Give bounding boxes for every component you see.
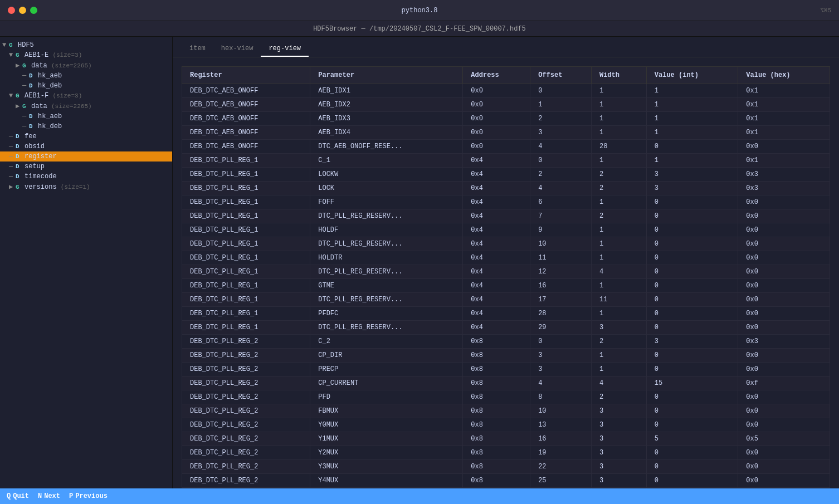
sidebar-item-timecode[interactable]: — D timecode	[0, 172, 172, 182]
table-cell: 4	[530, 376, 592, 390]
table-cell: 0x8	[463, 488, 530, 489]
table-cell: DEB_DTC_PLL_REG_2	[182, 390, 310, 404]
table-cell: 0x3	[738, 182, 830, 195]
table-cell: 1	[591, 237, 646, 251]
timecode-arrow: —	[9, 173, 16, 180]
table-cell: 25	[530, 474, 592, 488]
table-cell: AEB_IDX4	[310, 126, 463, 140]
table-cell: FOFF	[310, 195, 463, 209]
table-cell: 4	[530, 140, 592, 154]
next-label[interactable]: Next	[44, 492, 60, 500]
aeb1f-type-icon: G	[16, 92, 25, 99]
col-register: Register	[182, 67, 310, 84]
table-cell: DEB_DTC_PLL_REG_1	[182, 251, 310, 265]
hkdeb-arrow: —	[22, 82, 29, 90]
sidebar-item-aeb1f-data[interactable]: ▶ G data (size=2265)	[0, 101, 172, 111]
table-cell: 1	[591, 251, 646, 265]
table-cell: 0	[646, 349, 738, 363]
prev-label[interactable]: Previous	[75, 492, 108, 500]
table-row: DEB_DTC_PLL_REG_1LOCKW0x42230x3	[182, 168, 830, 182]
table-cell: 0x0	[738, 321, 830, 335]
sidebar-root[interactable]: ▼ G HDF5	[0, 40, 172, 50]
sidebar-item-register[interactable]: — D register	[0, 151, 172, 162]
statusbar-quit: Q Quit	[7, 492, 29, 500]
table-cell: LOCK	[310, 182, 463, 195]
aeb1f-data-meta: (size=2265)	[51, 103, 92, 110]
table-row: DEB_DTC_PLL_REG_2Y1MUX0x816350x5	[182, 432, 830, 446]
table-cell: 0x1	[738, 98, 830, 112]
sidebar-item-aeb1e[interactable]: ▼ G AEB1-E (size=3)	[0, 50, 172, 60]
aeb1f-arrow: ▼	[9, 92, 16, 100]
aeb1f-meta: (size=3)	[52, 92, 82, 99]
sidebar-item-aeb1e-data[interactable]: ▶ G data (size=2265)	[0, 60, 172, 71]
table-cell: 0x0	[738, 363, 830, 376]
keyboard-shortcut: ⌥⌘5	[820, 7, 831, 14]
table-cell: 0x0	[738, 195, 830, 209]
table-cell: 0x0	[738, 349, 830, 363]
table-cell: DEB_DTC_PLL_REG_2	[182, 488, 310, 489]
table-cell: DEB_DTC_PLL_REG_2	[182, 404, 310, 418]
table-row: DEB_DTC_PLL_REG_1DTC_PLL_REG_RESERV...0x…	[182, 209, 830, 223]
table-cell: DEB_DTC_AEB_ONOFF	[182, 126, 310, 140]
maximize-button[interactable]	[30, 7, 37, 14]
table-cell: Y4MUX	[310, 474, 463, 488]
table-cell: DTC_PLL_REG_RESERV...	[310, 265, 463, 279]
close-button[interactable]	[8, 7, 15, 14]
tabs-bar: item hex-view reg-view	[173, 37, 839, 57]
file-path: HDF5Browser — /tmp/20240507_CSL2_F-FEE_S…	[313, 25, 526, 33]
aeb1e-data-type: G	[22, 62, 31, 69]
table-cell: 2	[591, 209, 646, 223]
table-cell: 4	[591, 376, 646, 390]
sidebar-item-versions[interactable]: ▶ G versions (size=1)	[0, 182, 172, 192]
sidebar-item-aeb1e-hkdeb[interactable]: — D hk_deb	[0, 81, 172, 91]
window-title: python3.8	[402, 7, 438, 14]
table-row: DEB_DTC_PLL_REG_1HOLDTR0x411100x0	[182, 251, 830, 265]
table-cell: 0x4	[463, 209, 530, 223]
sidebar-item-aeb1f-hkaeb[interactable]: — D hk_aeb	[0, 111, 172, 121]
table-row: DEB_DTC_PLL_REG_1DTC_PLL_REG_RESERV...0x…	[182, 237, 830, 251]
table-row: DEB_DTC_PLL_REG_1DTC_PLL_REG_RESERV...0x…	[182, 321, 830, 335]
aeb1f-label: AEB1-F	[25, 92, 48, 100]
quit-label[interactable]: Quit	[13, 492, 29, 500]
sidebar-item-fee[interactable]: — D fee	[0, 131, 172, 141]
tab-reg-view[interactable]: reg-view	[261, 41, 309, 57]
table-cell: 3	[591, 418, 646, 432]
table-cell: 29	[530, 321, 592, 335]
statusbar: Q Quit N Next P Previous	[0, 488, 839, 504]
table-row: DEB_DTC_AEB_ONOFFAEB_IDX10x00110x1	[182, 84, 830, 98]
table-cell: 0	[646, 237, 738, 251]
tab-hex-view[interactable]: hex-view	[213, 41, 261, 57]
aeb1f-hkdeb-arrow: —	[22, 123, 29, 130]
table-cell: 2	[530, 168, 592, 182]
table-cell: 1	[591, 307, 646, 321]
table-cell: 0x8	[463, 418, 530, 432]
table-cell: 0	[646, 404, 738, 418]
tab-item[interactable]: item	[182, 41, 213, 57]
table-row: DEB_DTC_PLL_REG_2Y3MUX0x822300x0	[182, 460, 830, 474]
table-cell: 10	[530, 237, 592, 251]
table-cell: C_2	[310, 335, 463, 349]
table-cell: 28	[591, 140, 646, 154]
minimize-button[interactable]	[19, 7, 26, 14]
table-cell: 1	[646, 154, 738, 168]
table-row: DEB_DTC_PLL_REG_2PD0x828110x1	[182, 488, 830, 489]
table-cell: LOCKW	[310, 168, 463, 182]
aeb1e-data-meta: (size=2265)	[51, 62, 92, 69]
sidebar-item-aeb1f[interactable]: ▼ G AEB1-F (size=3)	[0, 91, 172, 101]
timecode-label: timecode	[25, 173, 57, 180]
sidebar-item-setup[interactable]: — D setup	[0, 162, 172, 172]
prev-key: P	[69, 492, 73, 500]
sidebar-item-obsid[interactable]: — D obsid	[0, 141, 172, 151]
table-cell: 0	[646, 223, 738, 237]
table-cell: 0	[646, 307, 738, 321]
table-cell: Y2MUX	[310, 446, 463, 460]
table-cell: DEB_DTC_PLL_REG_1	[182, 154, 310, 168]
table-cell: 0x3	[738, 168, 830, 182]
table-cell: 0x8	[463, 446, 530, 460]
table-cell: 0x8	[463, 376, 530, 390]
sidebar-item-aeb1e-hkaeb[interactable]: — D hk_aeb	[0, 71, 172, 81]
table-cell: 0x4	[463, 237, 530, 251]
table-row: DEB_DTC_PLL_REG_2FBMUX0x810300x0	[182, 404, 830, 418]
sidebar-item-aeb1f-hkdeb[interactable]: — D hk_deb	[0, 121, 172, 131]
table-cell: DTC_PLL_REG_RESERV...	[310, 209, 463, 223]
